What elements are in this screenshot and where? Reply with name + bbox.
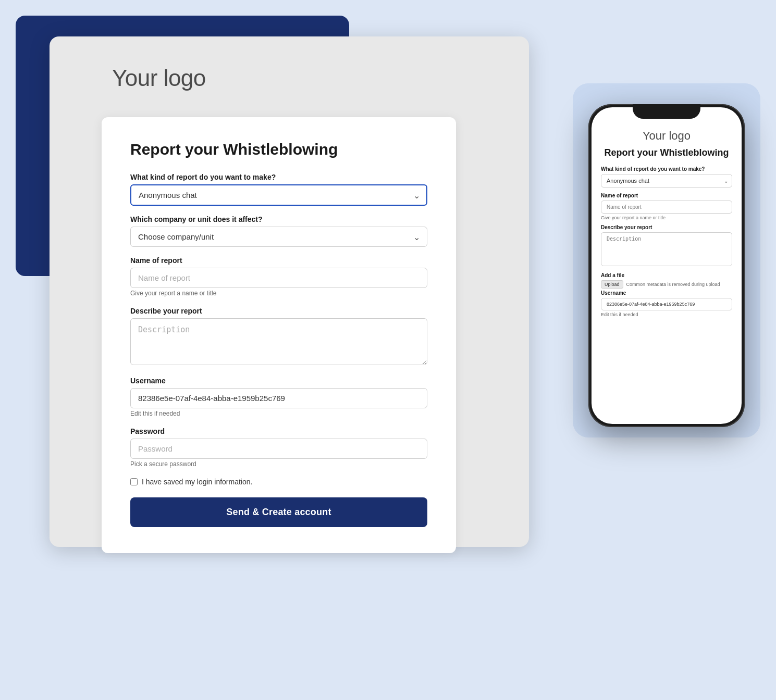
phone-upload-button[interactable]: Upload: [601, 280, 623, 289]
desktop-logo-area: Your logo: [50, 36, 529, 107]
company-select-wrapper: Choose company/unit ⌄: [130, 227, 427, 247]
report-name-input[interactable]: [130, 268, 427, 288]
phone-description-input[interactable]: [601, 232, 732, 266]
phone-edit-hint: Edit this if needed: [601, 312, 732, 317]
report-kind-select-wrapper: Anonymous chat ⌄: [130, 184, 427, 206]
description-input[interactable]: [130, 318, 427, 365]
company-label: Which company or unit does it affect?: [130, 215, 427, 223]
phone-report-kind-select-wrapper: Anonymous chat ⌄: [601, 174, 732, 188]
report-kind-label: What kind of report do you want to make?: [130, 173, 427, 181]
password-group: Password Pick a secure password: [130, 427, 427, 468]
password-label: Password: [130, 427, 427, 435]
password-hint: Pick a secure password: [130, 460, 196, 468]
username-group: Username Edit this if needed: [130, 377, 427, 418]
phone-username-input[interactable]: [601, 298, 732, 310]
phone-upload-row: Upload Common metadata is removed during…: [601, 280, 732, 289]
phone-container: Your logo Report your Whistleblowing Wha…: [588, 104, 745, 427]
save-login-label[interactable]: I have saved my login information.: [142, 478, 252, 486]
phone-screen: Your logo Report your Whistleblowing Wha…: [592, 107, 742, 424]
phone-report-kind-label: What kind of report do you want to make?: [601, 166, 732, 172]
phone-report-kind-select[interactable]: Anonymous chat: [601, 174, 732, 188]
phone-report-name-label: Name of report: [601, 193, 732, 198]
phone-username-label: Username: [601, 290, 732, 296]
company-group: Which company or unit does it affect? Ch…: [130, 215, 427, 247]
phone-description-label: Describe your report: [601, 224, 732, 230]
report-kind-group: What kind of report do you want to make?…: [130, 173, 427, 206]
phone-content: Your logo Report your Whistleblowing Wha…: [592, 107, 742, 424]
phone-form-title: Report your Whistleblowing: [601, 147, 732, 159]
report-name-hint: Give your report a name or title: [130, 290, 216, 297]
desktop-logo: Your logo: [112, 65, 206, 91]
password-input[interactable]: [130, 439, 427, 459]
phone-upload-hint: Common metadata is removed during upload: [626, 282, 720, 287]
username-input[interactable]: [130, 388, 427, 408]
description-group: Describe your report: [130, 307, 427, 367]
phone-logo: Your logo: [601, 129, 732, 143]
company-select[interactable]: Choose company/unit: [130, 227, 427, 247]
description-label: Describe your report: [130, 307, 427, 315]
username-label: Username: [130, 377, 427, 385]
phone-outer: Your logo Report your Whistleblowing Wha…: [588, 104, 745, 427]
phone-notch: [633, 104, 700, 119]
phone-report-name-input[interactable]: [601, 201, 732, 214]
form-title: Report your Whistleblowing: [130, 141, 427, 158]
checkbox-row: I have saved my login information.: [130, 478, 427, 486]
submit-button[interactable]: Send & Create account: [130, 497, 427, 527]
phone-file-label: Add a file: [601, 272, 732, 278]
phone-report-name-hint: Give your report a name or title: [601, 215, 732, 220]
report-name-label: Name of report: [130, 256, 427, 265]
username-hint: Edit this if needed: [130, 410, 180, 417]
report-name-group: Name of report Give your report a name o…: [130, 256, 427, 297]
desktop-card: Your logo Report your Whistleblowing Wha…: [50, 36, 529, 547]
report-kind-select[interactable]: Anonymous chat: [130, 184, 427, 206]
save-login-checkbox[interactable]: [130, 478, 138, 485]
form-panel: Report your Whistleblowing What kind of …: [102, 117, 456, 553]
